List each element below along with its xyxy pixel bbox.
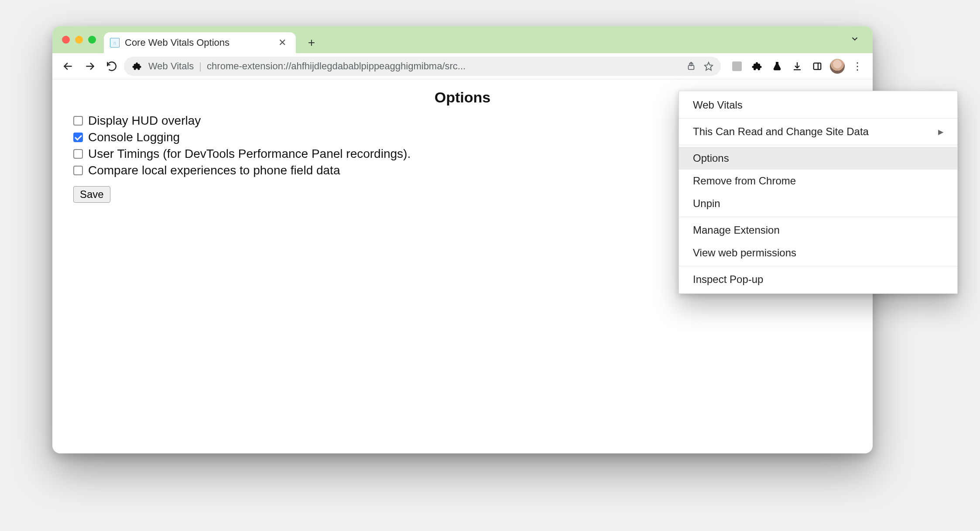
menu-item-options[interactable]: Options <box>679 147 957 170</box>
menu-item-label: Inspect Pop-up <box>693 273 763 286</box>
extension-context-menu: Web Vitals This Can Read and Change Site… <box>678 91 958 294</box>
tab-favicon-icon: ⎍ <box>110 38 120 48</box>
menu-item-label: This Can Read and Change Site Data <box>693 126 869 138</box>
reload-button[interactable] <box>102 57 121 76</box>
browser-menu-button[interactable]: ⋮ <box>848 57 867 75</box>
window-controls <box>62 36 96 44</box>
window-close-button[interactable] <box>62 36 70 44</box>
menu-item-manage-extension[interactable]: Manage Extension <box>679 219 957 242</box>
checkbox-user-timings[interactable] <box>73 149 83 159</box>
back-button[interactable] <box>58 57 78 76</box>
checkbox-compare-local[interactable] <box>73 166 83 175</box>
omnibox-url: chrome-extension://ahfhijdlegdabablpippe… <box>207 61 680 72</box>
menu-item-read-change-site-data[interactable]: This Can Read and Change Site Data ▶ <box>679 120 957 143</box>
tab-strip: ⎍ Core Web Vitals Options ✕ + <box>52 26 873 53</box>
menu-separator <box>679 217 957 217</box>
downloads-icon[interactable] <box>788 57 806 75</box>
tab-title: Core Web Vitals Options <box>125 37 271 48</box>
labs-icon[interactable] <box>768 57 786 75</box>
option-label: User Timings (for DevTools Performance P… <box>88 147 411 161</box>
save-button[interactable]: Save <box>73 186 110 203</box>
menu-item-label: Options <box>693 152 729 164</box>
avatar-icon <box>830 59 845 74</box>
context-menu-title: Web Vitals <box>679 94 957 116</box>
toolbar-actions: ⋮ <box>728 57 867 75</box>
new-tab-button[interactable]: + <box>304 35 319 51</box>
tab-close-button[interactable]: ✕ <box>276 37 289 48</box>
menu-item-label: Remove from Chrome <box>693 175 796 187</box>
svg-marker-4 <box>705 62 713 70</box>
window-minimize-button[interactable] <box>75 36 83 44</box>
menu-separator <box>679 118 957 119</box>
option-label: Compare local experiences to phone field… <box>88 163 340 177</box>
toolbar: Web Vitals | chrome-extension://ahfhijdl… <box>52 53 873 79</box>
menu-separator <box>679 266 957 266</box>
tab-search-button[interactable] <box>850 34 860 46</box>
checkbox-console-logging[interactable] <box>73 133 83 142</box>
checkbox-hud-overlay[interactable] <box>73 116 83 126</box>
extension-button-highlighted[interactable] <box>728 57 746 75</box>
window-maximize-button[interactable] <box>88 36 96 44</box>
option-label: Console Logging <box>88 130 180 144</box>
menu-item-label: Unpin <box>693 197 720 210</box>
menu-item-remove-from-chrome[interactable]: Remove from Chrome <box>679 170 957 192</box>
option-label: Display HUD overlay <box>88 114 201 128</box>
browser-tab[interactable]: ⎍ Core Web Vitals Options ✕ <box>104 32 296 53</box>
profile-avatar[interactable] <box>828 57 846 75</box>
menu-separator <box>679 145 957 145</box>
menu-item-inspect-popup[interactable]: Inspect Pop-up <box>679 268 957 291</box>
extensions-menu-button[interactable] <box>748 57 766 75</box>
menu-item-view-web-permissions[interactable]: View web permissions <box>679 242 957 264</box>
extension-chip-label: Web Vitals <box>148 61 194 72</box>
menu-item-label: Manage Extension <box>693 224 780 236</box>
share-icon[interactable] <box>685 60 697 72</box>
forward-button[interactable] <box>80 57 99 76</box>
extension-chip-icon <box>131 60 143 72</box>
omnibox-separator: | <box>199 61 202 72</box>
address-bar[interactable]: Web Vitals | chrome-extension://ahfhijdl… <box>124 57 721 76</box>
side-panel-icon[interactable] <box>808 57 826 75</box>
bookmark-star-icon[interactable] <box>702 60 715 72</box>
menu-item-unpin[interactable]: Unpin <box>679 192 957 215</box>
svg-rect-7 <box>814 63 821 69</box>
menu-item-label: View web permissions <box>693 247 796 259</box>
context-menu-title-label: Web Vitals <box>693 99 743 111</box>
submenu-arrow-icon: ▶ <box>938 128 943 136</box>
